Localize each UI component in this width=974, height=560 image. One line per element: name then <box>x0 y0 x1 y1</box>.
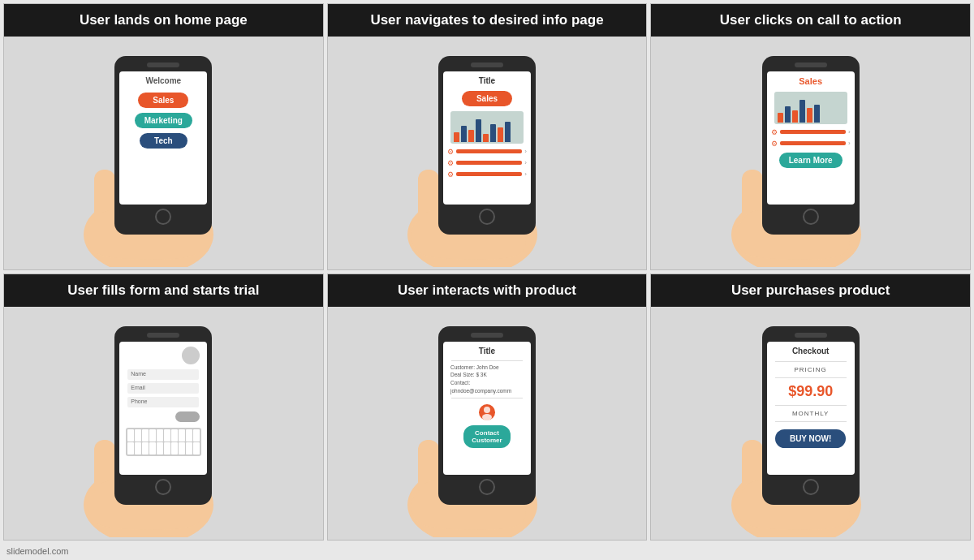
key-8[interactable] <box>179 429 185 442</box>
cta-bar-2 <box>785 106 791 123</box>
chevron-3: › <box>524 170 527 178</box>
key-18[interactable] <box>179 442 185 454</box>
phone-field[interactable]: Phone <box>127 397 199 407</box>
cta-sales-label: Sales <box>799 76 822 86</box>
phone-body-cta: Sales ⚙ › <box>762 56 860 235</box>
phone-screen-product: Title Customer: John Doe Deal Size: $ 3K… <box>443 342 531 475</box>
phone-cta: Sales ⚙ › <box>746 56 876 251</box>
list-bar-3 <box>456 172 522 176</box>
cell-checkout: User purchases product Checkout <box>650 274 971 541</box>
divider-2 <box>451 398 523 398</box>
chart-bars-cta <box>774 92 847 124</box>
key-14[interactable] <box>149 442 156 454</box>
cell-info-title: User navigates to desired info page <box>328 4 647 37</box>
key-17[interactable] <box>171 442 178 454</box>
key-4[interactable] <box>149 429 156 442</box>
phone-home-button-info[interactable] <box>479 209 495 225</box>
cell-cta-content: Sales ⚙ › <box>651 37 970 269</box>
cta-bar-6 <box>814 105 820 123</box>
phone-home-button-cta[interactable] <box>803 209 819 225</box>
sales-button-info[interactable]: Sales <box>462 91 512 106</box>
phone-home-button[interactable] <box>155 209 171 225</box>
cta-gear-1: ⚙ <box>771 128 778 136</box>
key-1[interactable] <box>127 429 134 442</box>
key-13[interactable] <box>142 442 149 454</box>
svg-point-33 <box>484 407 490 413</box>
tech-button-home[interactable]: Tech <box>140 133 187 149</box>
chart-bars-info <box>450 111 524 144</box>
phone-info: Title Sales ⚙ <box>422 56 552 251</box>
cell-form-title: User fills form and starts trial <box>4 274 323 307</box>
product-deal: Deal Size: $ 3K <box>450 371 487 379</box>
product-title-text: Title <box>479 347 495 355</box>
key-11[interactable] <box>127 442 134 454</box>
bar-5 <box>483 134 489 142</box>
list-row-1: ⚙ › <box>447 148 527 156</box>
product-customer: Customer: John Doe <box>450 364 499 372</box>
key-10[interactable] <box>193 429 200 442</box>
cta-bar-3 <box>792 110 798 123</box>
key-15[interactable] <box>157 442 163 454</box>
key-7[interactable] <box>171 429 178 442</box>
key-9[interactable] <box>186 429 192 442</box>
divider-1 <box>451 360 523 361</box>
key-6[interactable] <box>164 429 170 442</box>
product-contact-label: Contact: <box>450 379 470 387</box>
cta-bar-4 <box>799 100 805 123</box>
bar-8 <box>505 122 511 142</box>
phone-home: Welcome Sales Marketing Tech <box>98 56 228 251</box>
learn-more-button[interactable]: Learn More <box>779 153 843 168</box>
key-19[interactable] <box>186 442 192 454</box>
name-field[interactable]: Name <box>127 369 199 380</box>
phone-home-button-product[interactable] <box>479 479 495 495</box>
marketing-button-home[interactable]: Marketing <box>135 113 192 128</box>
cell-product-content: Title Customer: John Doe Deal Size: $ 3K… <box>328 307 647 540</box>
key-5[interactable] <box>157 429 163 442</box>
footer: slidemodel.com <box>0 544 974 560</box>
form-avatar-icon <box>182 347 200 364</box>
chevron-1: › <box>524 148 527 155</box>
phone-body-home: Welcome Sales Marketing Tech <box>114 56 212 235</box>
key-2[interactable] <box>135 429 141 442</box>
svg-point-34 <box>482 414 492 420</box>
cta-chevron-1: › <box>848 128 851 136</box>
bar-7 <box>498 127 503 142</box>
key-20[interactable] <box>193 442 200 454</box>
phone-home-button-form[interactable] <box>155 479 171 495</box>
sales-button-home[interactable]: Sales <box>138 93 188 108</box>
cta-bar-5 <box>807 108 812 123</box>
list-row-3: ⚙ › <box>447 170 527 179</box>
cell-home-content: Welcome Sales Marketing Tech <box>4 37 323 269</box>
list-row-2: ⚙ › <box>447 159 527 167</box>
phone-camera-info <box>471 62 503 67</box>
cell-product: User interacts with product Title <box>327 274 648 541</box>
form-submit-button[interactable] <box>175 411 200 422</box>
cell-form: User fills form and starts trial Name <box>3 274 324 541</box>
checkout-title-text: Checkout <box>792 347 830 355</box>
keyboard <box>126 428 201 456</box>
cta-bar-1 <box>778 113 783 123</box>
phone-camera-product <box>471 333 503 338</box>
cta-list-bar-1 <box>780 130 846 134</box>
bar-1 <box>454 132 459 142</box>
bar-6 <box>490 124 496 142</box>
email-field[interactable]: Email <box>127 383 199 394</box>
cell-info-content: Title Sales ⚙ <box>328 37 647 269</box>
contact-customer-button[interactable]: Contact Customer <box>463 425 510 448</box>
price-display: $99.90 <box>788 383 833 400</box>
cta-list-row-2: ⚙ › <box>771 140 851 148</box>
phone-camera-form <box>147 333 179 338</box>
cell-cta: User clicks on call to action Sales <box>650 3 971 270</box>
key-12[interactable] <box>135 442 141 454</box>
cta-chevron-2: › <box>848 140 851 147</box>
buy-now-button[interactable]: BUY NOW! <box>775 429 846 448</box>
phone-camera-checkout <box>795 333 827 338</box>
gear-icon-1: ⚙ <box>447 148 454 156</box>
bar-4 <box>476 119 481 142</box>
phone-screen-checkout: Checkout PRICING $99.90 MONTHLY BUY NOW! <box>767 342 855 475</box>
key-3[interactable] <box>142 429 149 442</box>
welcome-text: Welcome <box>145 76 181 85</box>
bar-2 <box>461 126 467 142</box>
key-16[interactable] <box>164 442 170 454</box>
phone-home-button-checkout[interactable] <box>803 479 819 495</box>
